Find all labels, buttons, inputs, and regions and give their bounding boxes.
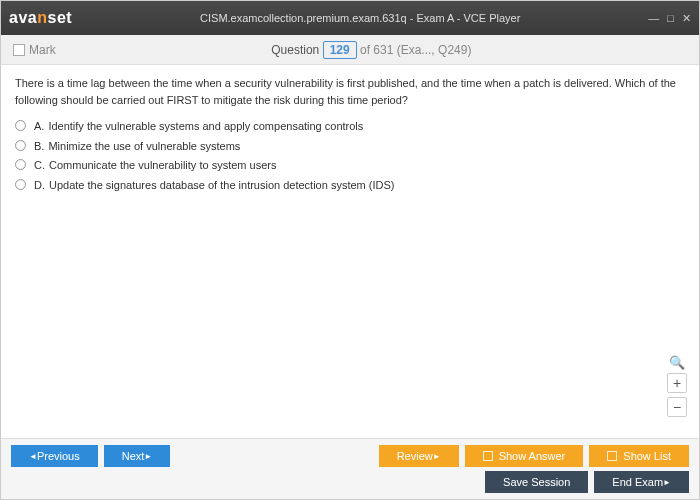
option-text: Minimize the use of vulnerable systems <box>48 138 240 155</box>
checkbox-icon <box>483 451 493 461</box>
zoom-controls: 🔍 + − <box>667 353 687 417</box>
option-d[interactable]: D. Update the signatures database of the… <box>15 177 685 194</box>
previous-button[interactable]: Previous <box>11 445 98 467</box>
review-button[interactable]: Review <box>379 445 459 467</box>
option-letter: D. <box>34 177 45 194</box>
question-number-input[interactable]: 129 <box>323 41 357 59</box>
option-text: Update the signatures database of the in… <box>49 177 394 194</box>
radio-icon[interactable] <box>15 120 26 131</box>
question-text: There is a time lag between the time whe… <box>15 75 685 108</box>
checkbox-icon <box>607 451 617 461</box>
maximize-icon[interactable]: □ <box>667 12 674 25</box>
show-answer-label: Show Answer <box>499 450 566 462</box>
question-label: Question <box>271 43 319 57</box>
option-a[interactable]: A. Identify the vulnerable systems and a… <box>15 118 685 135</box>
question-bar: Mark Question 129 of 631 (Exa..., Q249) <box>1 35 699 65</box>
content-area: There is a time lag between the time whe… <box>1 65 699 425</box>
footer: Previous Next Review Show Answer Show Li… <box>1 438 699 499</box>
end-exam-button[interactable]: End Exam <box>594 471 689 493</box>
option-letter: A. <box>34 118 44 135</box>
radio-icon[interactable] <box>15 140 26 151</box>
close-icon[interactable]: ✕ <box>682 12 691 25</box>
option-text: Communicate the vulnerability to system … <box>49 157 276 174</box>
radio-icon[interactable] <box>15 179 26 190</box>
logo-text-pre: ava <box>9 9 37 26</box>
save-session-button[interactable]: Save Session <box>485 471 588 493</box>
show-answer-button[interactable]: Show Answer <box>465 445 584 467</box>
footer-row-1: Previous Next Review Show Answer Show Li… <box>11 445 689 467</box>
titlebar: avanset CISM.examcollection.premium.exam… <box>1 1 699 35</box>
option-letter: C. <box>34 157 45 174</box>
mark-label: Mark <box>29 43 56 57</box>
radio-icon[interactable] <box>15 159 26 170</box>
app-logo: avanset <box>9 9 72 27</box>
next-button[interactable]: Next <box>104 445 171 467</box>
logo-text-mid: n <box>37 9 47 26</box>
option-b[interactable]: B. Minimize the use of vulnerable system… <box>15 138 685 155</box>
show-list-label: Show List <box>623 450 671 462</box>
magnifier-icon[interactable]: 🔍 <box>669 353 685 369</box>
options-list: A. Identify the vulnerable systems and a… <box>15 118 685 193</box>
option-text: Identify the vulnerable systems and appl… <box>48 118 363 135</box>
window-controls: — □ ✕ <box>648 12 691 25</box>
window-title: CISM.examcollection.premium.exam.631q - … <box>72 12 648 24</box>
option-c[interactable]: C. Communicate the vulnerability to syst… <box>15 157 685 174</box>
mark-checkbox[interactable] <box>13 44 25 56</box>
option-letter: B. <box>34 138 44 155</box>
show-list-button[interactable]: Show List <box>589 445 689 467</box>
footer-row-2: Save Session End Exam <box>11 471 689 493</box>
question-indicator: Question 129 of 631 (Exa..., Q249) <box>56 43 687 57</box>
question-total: of 631 (Exa..., Q249) <box>360 43 471 57</box>
zoom-out-button[interactable]: − <box>667 397 687 417</box>
zoom-in-button[interactable]: + <box>667 373 687 393</box>
logo-text-post: set <box>47 9 72 26</box>
minimize-icon[interactable]: — <box>648 12 659 25</box>
